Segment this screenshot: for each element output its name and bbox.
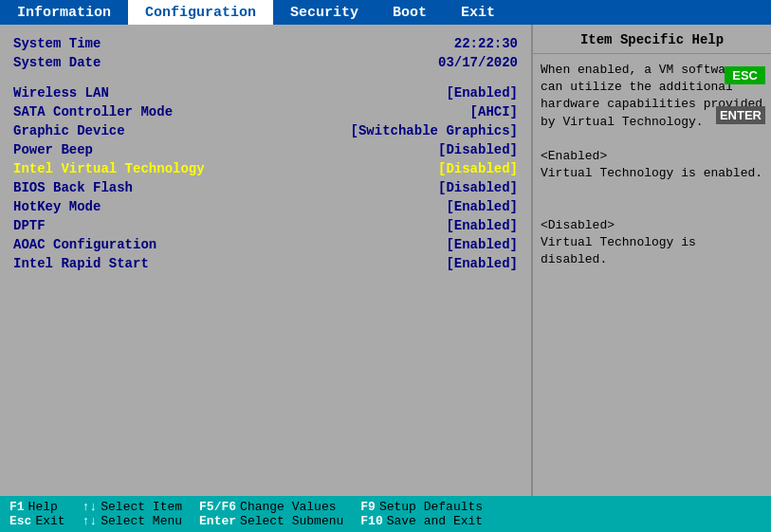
- f1-desc: Help: [28, 500, 58, 514]
- bottom-col-1: F1 Help Esc Exit: [9, 500, 65, 528]
- wireless-lan-label: Wireless LAN: [13, 85, 109, 101]
- sata-controller-row[interactable]: SATA Controller Mode [AHCI]: [13, 102, 518, 121]
- intel-rapid-start-row[interactable]: Intel Rapid Start [Enabled]: [13, 254, 518, 273]
- hotkey-mode-label: HotKey Mode: [13, 199, 101, 214]
- right-panel: Item Specific Help When enabled, a VM so…: [531, 25, 771, 496]
- wireless-lan-value: [Enabled]: [446, 85, 518, 101]
- f9-key: F9: [360, 500, 376, 514]
- help-panel-content: When enabled, a VM software can utilize …: [533, 54, 771, 276]
- bottom-setup-defaults-row: F9 Setup Defaults: [360, 500, 483, 514]
- graphic-device-value: [Switchable Graphics]: [351, 123, 518, 138]
- aoac-configuration-value: [Enabled]: [446, 237, 518, 252]
- f5f6-key: F5/F6: [199, 500, 236, 514]
- menu-item-exit[interactable]: Exit: [444, 0, 512, 25]
- change-values-desc: Change Values: [240, 500, 336, 514]
- aoac-configuration-label: AOAC Configuration: [13, 237, 156, 252]
- bottom-select-submenu-row: Enter Select Submenu: [199, 514, 343, 528]
- menu-item-boot[interactable]: Boot: [376, 0, 444, 25]
- graphic-device-row[interactable]: Graphic Device [Switchable Graphics]: [13, 121, 518, 140]
- dptf-label: DPTF: [13, 218, 46, 233]
- virtual-technology-label: Intel Virtual Technology: [13, 161, 205, 176]
- system-time-row: System Time 22:22:30: [13, 34, 518, 53]
- left-panel: System Time 22:22:30 System Date 03/17/2…: [0, 25, 531, 496]
- select-item-desc: Select Item: [101, 500, 182, 514]
- bottom-col-2: ↑↓ Select Item ↑↓ Select Menu: [83, 500, 182, 528]
- aoac-configuration-row[interactable]: AOAC Configuration [Enabled]: [13, 235, 518, 254]
- setup-defaults-desc: Setup Defaults: [379, 500, 483, 514]
- bios-back-flash-row[interactable]: BIOS Back Flash [Disabled]: [13, 178, 518, 197]
- hotkey-mode-value: [Enabled]: [446, 199, 518, 214]
- top-menu-bar: Information Configuration Security Boot …: [0, 0, 771, 25]
- help-text: When enabled, a VM software can utilize …: [541, 63, 762, 266]
- bottom-esc-row: Esc Exit: [9, 514, 65, 528]
- menu-item-configuration[interactable]: Configuration: [128, 0, 273, 25]
- select-submenu-desc: Select Submenu: [240, 514, 343, 528]
- virtual-technology-row[interactable]: Intel Virtual Technology [Disabled]: [13, 159, 518, 178]
- bottom-save-exit-row: F10 Save and Exit: [360, 514, 483, 528]
- menu-item-information[interactable]: Information: [0, 0, 128, 25]
- power-beep-label: Power Beep: [13, 142, 93, 157]
- bottom-status-bar: F1 Help Esc Exit ↑↓ Select Item ↑↓ Selec…: [0, 496, 771, 532]
- esc-key: Esc: [9, 514, 31, 528]
- enter-key: Enter: [199, 514, 236, 528]
- system-date-label: System Date: [13, 55, 101, 70]
- bottom-select-item-row: ↑↓ Select Item: [83, 500, 182, 514]
- bottom-col-3: F5/F6 Change Values Enter Select Submenu: [199, 500, 343, 528]
- virtual-technology-value: [Disabled]: [438, 161, 518, 176]
- dptf-value: [Enabled]: [446, 218, 518, 233]
- system-date-value: 03/17/2020: [438, 55, 518, 70]
- dptf-row[interactable]: DPTF [Enabled]: [13, 216, 518, 235]
- enter-button[interactable]: ENTER: [716, 106, 765, 124]
- graphic-device-label: Graphic Device: [13, 123, 125, 138]
- system-time-value: 22:22:30: [454, 36, 518, 51]
- esc-button[interactable]: ESC: [725, 66, 765, 84]
- select-menu-desc: Select Menu: [101, 514, 182, 528]
- f1-key: F1: [9, 500, 25, 514]
- bottom-select-menu-row: ↑↓ Select Menu: [83, 514, 182, 528]
- bottom-col-4: F9 Setup Defaults F10 Save and Exit: [360, 500, 483, 528]
- menu-item-security[interactable]: Security: [273, 0, 376, 25]
- bios-back-flash-label: BIOS Back Flash: [13, 180, 133, 195]
- main-content: System Time 22:22:30 System Date 03/17/2…: [0, 25, 771, 496]
- system-date-row: System Date 03/17/2020: [13, 53, 518, 72]
- sata-controller-value: [AHCI]: [470, 104, 518, 119]
- sata-controller-label: SATA Controller Mode: [13, 104, 173, 119]
- power-beep-row[interactable]: Power Beep [Disabled]: [13, 140, 518, 159]
- help-panel-header: Item Specific Help: [533, 25, 771, 54]
- arrows-key-1: ↑↓: [83, 500, 98, 514]
- bios-back-flash-value: [Disabled]: [438, 180, 518, 195]
- esc-desc: Exit: [35, 514, 64, 528]
- wireless-lan-row[interactable]: Wireless LAN [Enabled]: [13, 83, 518, 102]
- arrows-key-2: ↑↓: [83, 514, 98, 528]
- intel-rapid-start-value: [Enabled]: [446, 256, 518, 271]
- hotkey-mode-row[interactable]: HotKey Mode [Enabled]: [13, 197, 518, 216]
- f10-key: F10: [360, 514, 382, 528]
- bottom-change-values-row: F5/F6 Change Values: [199, 500, 343, 514]
- power-beep-value: [Disabled]: [438, 142, 518, 157]
- save-exit-desc: Save and Exit: [387, 514, 483, 528]
- intel-rapid-start-label: Intel Rapid Start: [13, 256, 149, 271]
- bottom-f1-row: F1 Help: [9, 500, 65, 514]
- system-time-label: System Time: [13, 36, 101, 51]
